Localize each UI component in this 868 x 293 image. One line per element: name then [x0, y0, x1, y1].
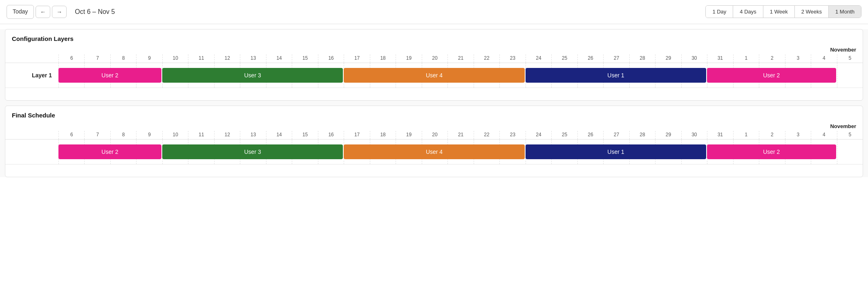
view-btn-2weeks[interactable]: 2 Weeks — [795, 6, 829, 18]
day-cell-5-30: 5 — [837, 54, 863, 63]
day-cell-9-3: 9 — [136, 131, 162, 139]
day-cell-4-29: 4 — [811, 54, 837, 63]
view-btn-1week[interactable]: 1 Week — [763, 6, 795, 18]
day-cell-14-8: 14 — [266, 131, 292, 139]
day-cell-10-4: 10 — [162, 131, 188, 139]
day-cell-20-14: 20 — [422, 131, 447, 139]
day-cell-31-25: 31 — [707, 131, 733, 139]
bar-user2-0: User 2 — [58, 68, 161, 83]
toolbar: Today ← → Oct 6 – Nov 5 1 Day 4 Days 1 W… — [0, 0, 868, 24]
empty-row-final — [5, 165, 863, 177]
day-cell-13-7: 13 — [240, 54, 266, 63]
gantt-row-final: User 2User 3User 4User 1User 2 — [5, 140, 863, 165]
day-cell-12-6: 12 — [214, 54, 240, 63]
section-config-layers: Configuration Layers November 6789101112… — [5, 29, 863, 101]
section-title-final: Final Schedule — [5, 106, 863, 122]
day-cell-2-27: 2 — [759, 54, 785, 63]
day-cell-13-7: 13 — [240, 131, 266, 139]
day-cell-29-23: 29 — [655, 131, 681, 139]
day-cell-30-24: 30 — [681, 131, 707, 139]
day-cell-28-22: 28 — [629, 131, 655, 139]
day-cell-7-1: 7 — [84, 54, 110, 63]
day-cell-3-28: 3 — [785, 54, 811, 63]
day-cell-22-16: 22 — [474, 54, 499, 63]
main-content: Configuration Layers November 6789101112… — [0, 29, 868, 177]
day-cell-31-25: 31 — [707, 54, 733, 63]
date-range: Oct 6 – Nov 5 — [75, 8, 115, 16]
row-spacer-final — [5, 140, 58, 164]
day-cell-10-4: 10 — [162, 54, 188, 63]
day-cell-1-26: 1 — [733, 131, 759, 139]
day-cell-6-0: 6 — [58, 131, 84, 139]
day-cell-27-21: 27 — [603, 131, 629, 139]
november-label: November — [830, 47, 856, 53]
day-cell-27-21: 27 — [603, 54, 629, 63]
prev-button[interactable]: ← — [36, 6, 50, 18]
gantt-final: November 6789101112131415161718192021222… — [5, 122, 863, 177]
day-cell-17-11: 17 — [344, 54, 369, 63]
day-cell-21-15: 21 — [447, 54, 473, 63]
view-btn-1day[interactable]: 1 Day — [706, 6, 733, 18]
day-cell-17-11: 17 — [344, 131, 369, 139]
bar-user2-0: User 2 — [58, 144, 161, 159]
view-btn-4days[interactable]: 4 Days — [733, 6, 763, 18]
day-cell-29-23: 29 — [655, 54, 681, 63]
day-cell-2-27: 2 — [759, 131, 785, 139]
day-cell-9-3: 9 — [136, 54, 162, 63]
day-cell-30-24: 30 — [681, 54, 707, 63]
day-cell-4-29: 4 — [811, 131, 837, 139]
month-label-row-config: November — [5, 45, 863, 54]
gantt-bars-layer1: User 2User 3User 4User 1User 2 — [58, 63, 863, 88]
day-cell-23-17: 23 — [499, 131, 525, 139]
day-cell-15-9: 15 — [292, 131, 318, 139]
view-btn-1month[interactable]: 1 Month — [829, 6, 861, 18]
bar-user1-18: User 1 — [526, 144, 706, 159]
day-cell-8-2: 8 — [110, 131, 136, 139]
bar-user2-25: User 2 — [707, 144, 836, 159]
day-cell-7-1: 7 — [84, 131, 110, 139]
day-cell-18-12: 18 — [370, 131, 396, 139]
day-cell-18-12: 18 — [370, 54, 396, 63]
next-button[interactable]: → — [52, 6, 67, 18]
month-label-row-final: November — [5, 122, 863, 131]
gantt-bars-final: User 2User 3User 4User 1User 2 — [58, 140, 863, 164]
day-cell-11-5: 11 — [188, 54, 214, 63]
today-button[interactable]: Today — [7, 5, 34, 19]
day-cell-5-30: 5 — [837, 131, 863, 139]
day-cell-21-15: 21 — [447, 131, 473, 139]
day-cell-16-10: 16 — [318, 131, 344, 139]
day-cell-26-20: 26 — [577, 131, 603, 139]
november-label: November — [830, 123, 856, 129]
day-cell-25-19: 25 — [551, 131, 577, 139]
day-labels-final: 6789101112131415161718192021222324252627… — [5, 131, 863, 140]
bar-user3-4: User 3 — [162, 68, 343, 83]
view-buttons: 1 Day 4 Days 1 Week 2 Weeks 1 Month — [705, 5, 861, 18]
day-cell-11-5: 11 — [188, 131, 214, 139]
day-labels-config: 6789101112131415161718192021222324252627… — [5, 54, 863, 63]
day-cell-19-13: 19 — [396, 54, 421, 63]
day-cell-8-2: 8 — [110, 54, 136, 63]
toolbar-left: Today ← → Oct 6 – Nov 5 — [7, 5, 702, 19]
day-cell-26-20: 26 — [577, 54, 603, 63]
bar-user2-25: User 2 — [707, 68, 836, 83]
bar-user1-18: User 1 — [526, 68, 706, 83]
day-cell-20-14: 20 — [422, 54, 447, 63]
day-cell-24-18: 24 — [526, 131, 551, 139]
gantt-config: November 6789101112131415161718192021222… — [5, 45, 863, 100]
bar-user4-11: User 4 — [344, 68, 524, 83]
day-cell-12-6: 12 — [214, 131, 240, 139]
day-cell-14-8: 14 — [266, 54, 292, 63]
day-cell-6-0: 6 — [58, 54, 84, 63]
day-cell-15-9: 15 — [292, 54, 318, 63]
day-cell-28-22: 28 — [629, 54, 655, 63]
row-label-layer1: Layer 1 — [5, 72, 58, 79]
gantt-row-layer1: Layer 1 User 2User 3User 4User 1User 2 — [5, 63, 863, 88]
bar-user3-4: User 3 — [162, 144, 343, 159]
day-cell-3-28: 3 — [785, 131, 811, 139]
section-final-schedule: Final Schedule November 6789101112131415… — [5, 106, 863, 177]
section-title-config: Configuration Layers — [5, 29, 863, 45]
bar-user4-11: User 4 — [344, 144, 524, 159]
empty-row-config — [5, 88, 863, 100]
day-cell-19-13: 19 — [396, 131, 421, 139]
day-cell-1-26: 1 — [733, 54, 759, 63]
